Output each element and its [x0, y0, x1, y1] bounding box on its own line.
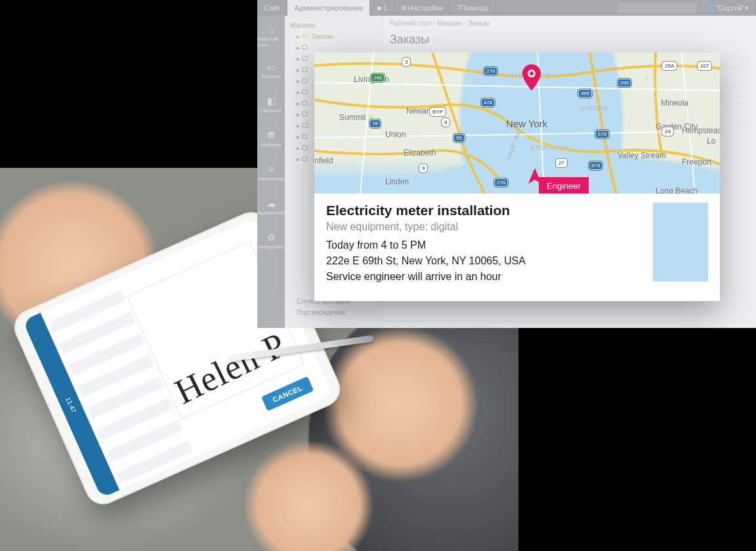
map-route-shield: 24 [662, 127, 673, 136]
map-route-shield: 9 [442, 118, 450, 127]
map-route-shield: 678 [595, 130, 609, 138]
svg-point-1 [530, 71, 534, 75]
map-route-shield: 495 [578, 89, 592, 98]
map-route-shield: 295 [618, 79, 631, 87]
map-route-shield: 9 [419, 164, 427, 173]
job-info: Electricity meter installation New equip… [314, 194, 720, 301]
map-city-label: Union [385, 130, 406, 139]
job-time: Today from 4 to 5 PM [326, 239, 645, 251]
map-city-label: Newark [406, 106, 433, 115]
job-title: Electricity meter installation [326, 203, 645, 218]
job-card: LivingstonSummitNewarkUnionElizabethnfie… [314, 52, 720, 301]
map-city-label: QUEENS [579, 105, 608, 112]
map-route-shield: 280 [371, 73, 385, 82]
job-map[interactable]: LivingstonSummitNewarkUnionElizabethnfie… [314, 52, 720, 194]
map-city-label: nfield [314, 156, 333, 165]
map-route-shield: 878 [589, 161, 602, 170]
tablet-time: 11:47 [64, 396, 77, 414]
map-route-shield: 78 [369, 119, 381, 128]
map-city-label: Freeport [682, 157, 711, 167]
job-thumbnail [653, 203, 708, 281]
map-route-shield: 278 [494, 178, 508, 187]
map-city-label: New York [506, 118, 547, 129]
cancel-button[interactable]: CANCEL [261, 377, 314, 411]
map-route-shield: 95 [453, 134, 465, 142]
map-city-label: BROOKLYN [531, 144, 568, 151]
map-route-shield: 278 [484, 67, 497, 75]
map-pin-icon [522, 64, 541, 92]
map-city-label: Summit [339, 113, 366, 122]
engineer-badge: Engineer [539, 177, 589, 194]
map-city-label: Lo [707, 136, 715, 146]
map-route-shield: 3 [402, 58, 410, 66]
job-subtitle: New equipment, type: digital [326, 221, 645, 233]
map-route-shield: 107 [698, 62, 711, 70]
map-city-label: Valley Stream [618, 151, 666, 160]
map-route-shield: 27 [556, 159, 567, 167]
map-route-shield: 25A [662, 62, 677, 70]
map-city-label: Hempstead [682, 126, 720, 135]
map-city-label: Long Beach [656, 186, 698, 194]
map-route-shield: 478 [481, 98, 495, 107]
map-city-label: Linden [385, 177, 409, 186]
map-route-shield: BYP [430, 108, 446, 116]
map-city-label: Elizabeth [404, 148, 436, 157]
job-address: 222e E 69th St, New York, NY 10065, USA [326, 255, 645, 267]
map-city-label: Mineola [661, 98, 688, 108]
job-eta: Service engineer will arrive in an hour [326, 271, 645, 283]
